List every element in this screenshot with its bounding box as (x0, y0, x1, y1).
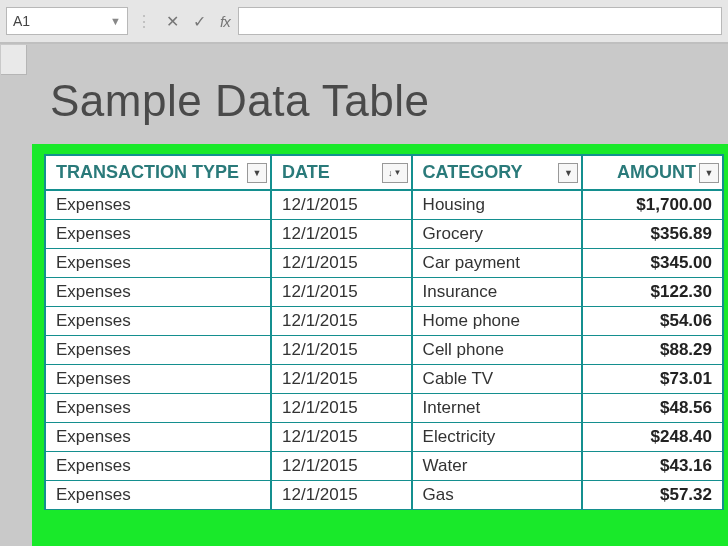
cell-transaction-type[interactable]: Expenses (45, 481, 271, 510)
cell-category[interactable]: Water (412, 452, 583, 481)
cell-date[interactable]: 12/1/2015 (271, 394, 412, 423)
page-title: Sample Data Table (50, 76, 429, 126)
table-row[interactable]: Expenses12/1/2015Electricity$248.40 (45, 423, 723, 452)
cell-category[interactable]: Insurance (412, 278, 583, 307)
cell-category[interactable]: Grocery (412, 220, 583, 249)
filter-dropdown-icon[interactable]: ▼ (699, 163, 719, 183)
cell-amount[interactable]: $122.30 (582, 278, 723, 307)
table-row[interactable]: Expenses12/1/2015Housing$1,700.00 (45, 190, 723, 220)
cell-date[interactable]: 12/1/2015 (271, 452, 412, 481)
cell-amount[interactable]: $248.40 (582, 423, 723, 452)
fx-icon[interactable]: fx (220, 13, 230, 30)
highlighted-region: TRANSACTION TYPE ▼ DATE ↓▼ CATEGORY ▼ AM… (32, 144, 728, 546)
cell-date[interactable]: 12/1/2015 (271, 249, 412, 278)
cell-date[interactable]: 12/1/2015 (271, 423, 412, 452)
cell-date[interactable]: 12/1/2015 (271, 190, 412, 220)
filter-dropdown-icon[interactable]: ▼ (247, 163, 267, 183)
cell-transaction-type[interactable]: Expenses (45, 365, 271, 394)
header-label: AMOUNT (617, 162, 696, 182)
confirm-button[interactable]: ✓ (193, 12, 206, 31)
cell-reference: A1 (13, 13, 30, 29)
cell-category[interactable]: Electricity (412, 423, 583, 452)
cell-transaction-type[interactable]: Expenses (45, 336, 271, 365)
cell-amount[interactable]: $345.00 (582, 249, 723, 278)
cell-date[interactable]: 12/1/2015 (271, 481, 412, 510)
filter-dropdown-icon[interactable]: ▼ (558, 163, 578, 183)
cell-date[interactable]: 12/1/2015 (271, 307, 412, 336)
data-table: TRANSACTION TYPE ▼ DATE ↓▼ CATEGORY ▼ AM… (44, 154, 724, 510)
cell-transaction-type[interactable]: Expenses (45, 249, 271, 278)
formula-controls: ⋮ ✕ ✓ fx (136, 12, 230, 31)
header-label: CATEGORY (423, 162, 523, 182)
cell-amount[interactable]: $88.29 (582, 336, 723, 365)
header-date[interactable]: DATE ↓▼ (271, 155, 412, 190)
table-row[interactable]: Expenses12/1/2015Cell phone$88.29 (45, 336, 723, 365)
table-row[interactable]: Expenses12/1/2015Cable TV$73.01 (45, 365, 723, 394)
header-amount[interactable]: AMOUNT ▼ (582, 155, 723, 190)
cell-transaction-type[interactable]: Expenses (45, 190, 271, 220)
cell-amount[interactable]: $54.06 (582, 307, 723, 336)
table-header-row: TRANSACTION TYPE ▼ DATE ↓▼ CATEGORY ▼ AM… (45, 155, 723, 190)
cell-transaction-type[interactable]: Expenses (45, 278, 271, 307)
cell-transaction-type[interactable]: Expenses (45, 423, 271, 452)
table-row[interactable]: Expenses12/1/2015Gas$57.32 (45, 481, 723, 510)
separator-icon: ⋮ (136, 12, 152, 31)
table-row[interactable]: Expenses12/1/2015Internet$48.56 (45, 394, 723, 423)
formula-input[interactable] (238, 7, 722, 35)
table-row[interactable]: Expenses12/1/2015Insurance$122.30 (45, 278, 723, 307)
cell-amount[interactable]: $1,700.00 (582, 190, 723, 220)
header-label: TRANSACTION TYPE (56, 162, 239, 182)
cell-amount[interactable]: $43.16 (582, 452, 723, 481)
table-row[interactable]: Expenses12/1/2015Water$43.16 (45, 452, 723, 481)
header-transaction-type[interactable]: TRANSACTION TYPE ▼ (45, 155, 271, 190)
chevron-down-icon: ▼ (110, 15, 121, 27)
table-row[interactable]: Expenses12/1/2015Grocery$356.89 (45, 220, 723, 249)
cell-transaction-type[interactable]: Expenses (45, 452, 271, 481)
cell-date[interactable]: 12/1/2015 (271, 336, 412, 365)
cell-category[interactable]: Gas (412, 481, 583, 510)
cell-category[interactable]: Internet (412, 394, 583, 423)
formula-bar: A1 ▼ ⋮ ✕ ✓ fx (0, 0, 728, 44)
table-row[interactable]: Expenses12/1/2015Car payment$345.00 (45, 249, 723, 278)
cancel-button[interactable]: ✕ (166, 12, 179, 31)
sort-filter-icon[interactable]: ↓▼ (382, 163, 408, 183)
cell-category[interactable]: Cable TV (412, 365, 583, 394)
header-label: DATE (282, 162, 330, 182)
cell-category[interactable]: Home phone (412, 307, 583, 336)
cell-category[interactable]: Cell phone (412, 336, 583, 365)
cell-transaction-type[interactable]: Expenses (45, 394, 271, 423)
cell-transaction-type[interactable]: Expenses (45, 220, 271, 249)
name-box[interactable]: A1 ▼ (6, 7, 128, 35)
worksheet-area: Sample Data Table TRANSACTION TYPE ▼ DAT… (0, 44, 728, 546)
cell-amount[interactable]: $73.01 (582, 365, 723, 394)
select-all-corner[interactable] (1, 45, 27, 75)
cell-amount[interactable]: $57.32 (582, 481, 723, 510)
header-category[interactable]: CATEGORY ▼ (412, 155, 583, 190)
cell-transaction-type[interactable]: Expenses (45, 307, 271, 336)
cell-category[interactable]: Car payment (412, 249, 583, 278)
cell-date[interactable]: 12/1/2015 (271, 220, 412, 249)
cell-date[interactable]: 12/1/2015 (271, 365, 412, 394)
cell-category[interactable]: Housing (412, 190, 583, 220)
table-row[interactable]: Expenses12/1/2015Home phone$54.06 (45, 307, 723, 336)
cell-amount[interactable]: $48.56 (582, 394, 723, 423)
cell-date[interactable]: 12/1/2015 (271, 278, 412, 307)
cell-amount[interactable]: $356.89 (582, 220, 723, 249)
